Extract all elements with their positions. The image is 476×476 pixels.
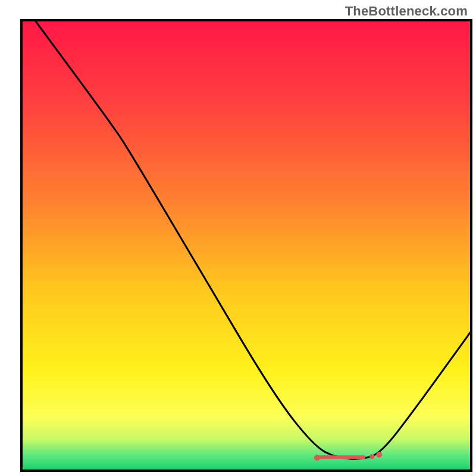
watermark-label: TheBottleneck.com	[345, 4, 468, 19]
chart-area	[0, 0, 476, 476]
chart-canvas	[0, 0, 476, 476]
